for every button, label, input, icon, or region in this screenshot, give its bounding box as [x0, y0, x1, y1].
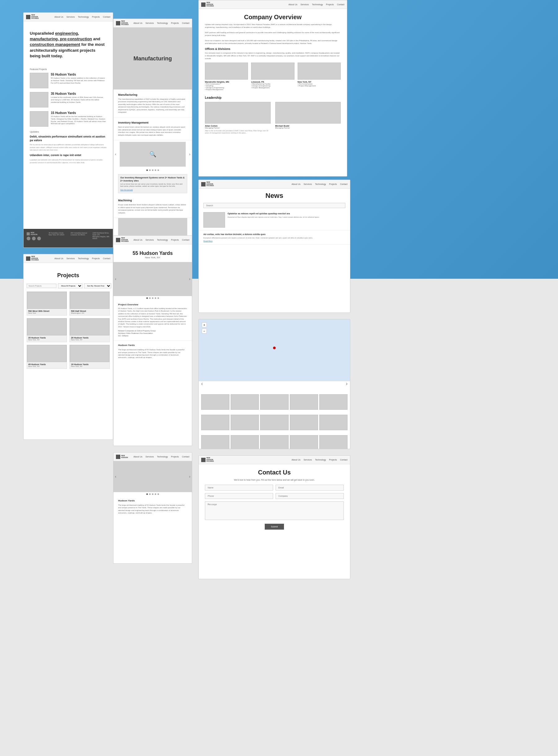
gallery-thumb-7[interactable]	[231, 415, 259, 430]
pd-dot-3[interactable]	[152, 297, 153, 299]
pd-nav-about[interactable]: About Us	[134, 239, 143, 241]
contact-email-input[interactable]	[276, 485, 344, 491]
dot-4[interactable]	[155, 169, 156, 171]
card-company-overview: NEWHUDSONFACADES About Us Services Techn…	[198, 0, 347, 177]
map-next[interactable]: ›	[346, 381, 348, 386]
co-nav-services[interactable]: Services	[300, 3, 309, 6]
news-nav-technology[interactable]: Technology	[315, 183, 326, 185]
pd2-next[interactable]: ›	[189, 475, 191, 479]
contact-nav-projects[interactable]: Projects	[329, 459, 337, 461]
proj-nav-services[interactable]: Services	[66, 258, 75, 260]
proj-nav-projects[interactable]: Projects	[92, 258, 100, 260]
news-nav-contact[interactable]: Contact	[340, 183, 348, 185]
gallery-thumb-1[interactable]	[201, 394, 229, 410]
contact-submit-button[interactable]: Submit	[265, 524, 284, 530]
pd2-dot-5[interactable]	[157, 493, 159, 495]
pd-nav-contact[interactable]: Contact	[182, 239, 189, 241]
contact-company-input[interactable]	[276, 493, 344, 499]
gallery-thumb-12[interactable]	[231, 435, 259, 449]
pd-nav-projects[interactable]: Projects	[171, 239, 179, 241]
co-nav-projects[interactable]: Projects	[326, 3, 334, 6]
dot-2[interactable]	[149, 169, 151, 171]
gallery-thumb-13[interactable]	[260, 435, 288, 449]
contact-nav-about[interactable]: About Us	[292, 459, 301, 461]
gallery-thumb-8[interactable]	[260, 415, 288, 430]
proj-nav-technology[interactable]: Technology	[78, 258, 88, 260]
gallery-thumb-15[interactable]	[319, 435, 348, 449]
office-pa: Linwood, PA • Manufacturing Facility• De…	[251, 62, 294, 90]
nav-technology[interactable]: Technology	[78, 16, 88, 18]
project-card-35[interactable]: 35 Hudson Yards New York, NY	[27, 318, 67, 342]
project-card-592[interactable]: 592 West 30th Street New York	[27, 292, 67, 316]
pd-dot-5[interactable]	[157, 297, 159, 299]
nav-services[interactable]: Services	[66, 16, 75, 18]
pd-carousel-next[interactable]: ›	[189, 277, 191, 281]
dot-1[interactable]	[146, 169, 148, 171]
gallery-thumb-9[interactable]	[290, 415, 318, 430]
pd-dot-4[interactable]	[155, 297, 156, 299]
news-nav-projects[interactable]: Projects	[329, 183, 337, 185]
dot-3[interactable]	[152, 169, 153, 171]
carousel-prev[interactable]: ‹	[115, 152, 116, 156]
gallery-thumb-11[interactable]	[201, 435, 229, 449]
gallery-thumb-10[interactable]	[319, 415, 348, 430]
carousel-next[interactable]: ›	[189, 152, 191, 156]
pd-nav-technology[interactable]: Technology	[157, 239, 168, 241]
pd2-prev[interactable]: ‹	[115, 475, 116, 479]
nav-projects[interactable]: Projects	[92, 16, 100, 18]
see-link[interactable]: See the [email]	[120, 189, 185, 191]
news-search-input[interactable]	[203, 203, 345, 208]
gallery-thumb-3[interactable]	[260, 394, 288, 410]
nav-about[interactable]: About Us	[55, 16, 64, 18]
co-nav-contact[interactable]: Contact	[337, 3, 345, 6]
contact-nav-services[interactable]: Services	[304, 459, 312, 461]
proj-nav-about[interactable]: About Us	[55, 258, 64, 260]
map-zoom-out[interactable]: −	[202, 329, 207, 333]
pd-nav-services[interactable]: Services	[145, 239, 154, 241]
pd-dot-1[interactable]	[146, 297, 148, 299]
gallery-thumb-4[interactable]	[290, 394, 318, 410]
map-zoom-in[interactable]: +	[202, 322, 207, 327]
project-card-16[interactable]: 16 Hudson Yards New York, NY	[70, 345, 110, 369]
map-prev[interactable]: ‹	[201, 381, 203, 386]
mfg-nav-technology[interactable]: Technology	[157, 22, 168, 24]
leader-cohen: Allan Cohen Managing Partner Allan is th…	[205, 102, 271, 134]
gallery-thumb-6[interactable]	[201, 415, 229, 430]
linkedin-icon[interactable]	[37, 237, 41, 240]
news-nav-about[interactable]: About Us	[292, 183, 301, 185]
contact-nav-contact[interactable]: Contact	[340, 459, 348, 461]
projects-filter-select[interactable]: Show All Projects	[58, 284, 82, 288]
pd-dot-2[interactable]	[149, 297, 151, 299]
pd-carousel-prev[interactable]: ‹	[115, 277, 116, 281]
gallery-thumb-5[interactable]	[319, 394, 348, 410]
contact-name-input[interactable]	[205, 485, 273, 491]
project-card-26[interactable]: 26 Hudson Yards New York, NY	[70, 318, 110, 342]
nav-contact[interactable]: Contact	[103, 16, 110, 18]
mfg-nav-services[interactable]: Services	[145, 22, 154, 24]
contact-phone-input[interactable]	[205, 493, 273, 499]
facebook-icon[interactable]	[27, 237, 30, 240]
co-nav-about[interactable]: About Us	[288, 3, 298, 6]
contact-nav-technology[interactable]: Technology	[315, 459, 326, 461]
proj-nav-contact[interactable]: Contact	[103, 258, 110, 260]
mfg-nav-contact[interactable]: Contact	[182, 22, 189, 24]
gallery-thumb-2[interactable]	[231, 394, 259, 410]
news-nav-services[interactable]: Services	[304, 183, 312, 185]
instagram-icon[interactable]	[32, 237, 36, 240]
pd2-dot-1[interactable]	[146, 493, 148, 495]
news-read-more[interactable]: Read More	[203, 240, 345, 242]
pd2-dot-2[interactable]	[149, 493, 151, 495]
project-card-49[interactable]: 49 Hudson Yards New York, NY	[27, 345, 67, 369]
mfg-nav-about[interactable]: About Us	[134, 22, 143, 24]
projects-search[interactable]	[27, 284, 56, 288]
project-thumb-15	[30, 111, 48, 127]
mfg-nav-projects[interactable]: Projects	[171, 22, 179, 24]
project-card-500[interactable]: 500 Half Street Washington, DC	[70, 292, 110, 316]
projects-sort-select[interactable]: Sort By: Recent First	[84, 284, 111, 288]
pd2-dot-4[interactable]	[155, 493, 156, 495]
dot-5[interactable]	[157, 169, 159, 171]
pd2-dot-3[interactable]	[152, 493, 153, 495]
co-nav-technology[interactable]: Technology	[312, 3, 323, 6]
gallery-thumb-14[interactable]	[290, 435, 318, 449]
contact-message-textarea[interactable]	[205, 502, 344, 520]
